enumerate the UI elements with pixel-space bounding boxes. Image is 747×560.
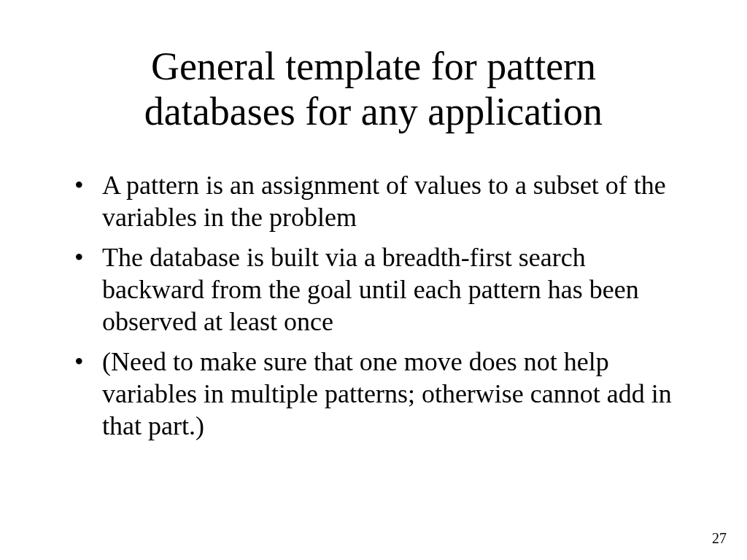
slide-container: General template for pattern databases f… [0,0,747,560]
bullet-item: A pattern is an assignment of values to … [66,169,681,234]
bullet-item: The database is built via a breadth-firs… [66,241,681,338]
bullet-item: (Need to make sure that one move does no… [66,346,681,443]
slide-title: General template for pattern databases f… [66,44,681,134]
page-number: 27 [712,530,727,547]
bullet-list: A pattern is an assignment of values to … [66,169,681,442]
